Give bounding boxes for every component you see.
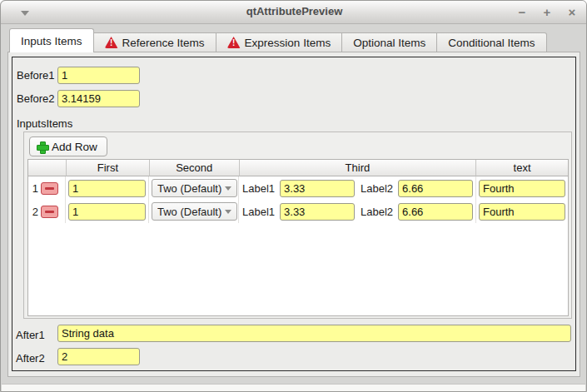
attribute-content-frame: Before1 Before2 InputsItems Add Row Firs… <box>12 57 576 371</box>
app-window: qtAttributePreview − + × Inputs Items Re… <box>0 0 587 392</box>
label1-text: Label1 <box>239 206 277 218</box>
third-value1-input[interactable] <box>280 203 355 221</box>
before1-input[interactable] <box>57 67 140 84</box>
text-cell <box>476 200 568 223</box>
first-cell <box>66 200 149 223</box>
header-text: text <box>476 160 568 176</box>
table-header-row: First Second Third text <box>28 160 568 176</box>
tab-label: Inputs Items <box>21 35 82 47</box>
close-button[interactable]: × <box>565 5 580 20</box>
second-combobox[interactable]: Two (Default) <box>152 202 237 221</box>
window-bottom-edge <box>2 384 585 391</box>
inputs-items-table: First Second Third text 1 <box>27 159 569 316</box>
tab-optional-items[interactable]: Optional Items <box>342 32 437 52</box>
second-combobox[interactable]: Two (Default) <box>152 179 237 197</box>
after1-label: After1 <box>16 329 45 341</box>
before2-label: Before2 <box>17 92 55 105</box>
text-input[interactable] <box>479 203 565 221</box>
first-cell <box>66 176 149 200</box>
first-input[interactable] <box>68 203 146 221</box>
add-plus-icon <box>37 141 47 152</box>
after2-label: After2 <box>16 352 45 365</box>
tab-bar: Inputs Items Reference Items Expression … <box>9 28 547 52</box>
remove-row-button[interactable] <box>41 182 58 195</box>
inputs-items-group-frame: Add Row First Second Third text 1 <box>23 131 572 319</box>
before2-input[interactable] <box>57 90 140 107</box>
chevron-down-icon <box>225 210 231 214</box>
row-number: 2 <box>28 206 38 218</box>
header-second: Second <box>150 160 240 176</box>
after1-input[interactable] <box>57 325 571 342</box>
header-first: First <box>67 160 150 176</box>
remove-row-button[interactable] <box>41 206 58 218</box>
add-row-label: Add Row <box>52 141 97 153</box>
second-cell: Two (Default) <box>149 176 239 200</box>
third-value1-input[interactable] <box>280 180 355 197</box>
text-cell <box>476 176 568 200</box>
after2-input[interactable] <box>57 348 140 365</box>
combobox-value: Two (Default) <box>157 182 221 195</box>
tab-label: Optional Items <box>353 37 425 49</box>
text-input[interactable] <box>479 180 565 197</box>
titlebar: qtAttributePreview − + × <box>1 1 587 24</box>
second-cell: Two (Default) <box>149 200 239 223</box>
before1-label: Before1 <box>17 69 55 82</box>
table-row: 2 Two (Default) <box>28 200 568 223</box>
third-cell: Label1 Label2 <box>239 200 476 223</box>
row-number: 1 <box>28 182 38 195</box>
minimize-button[interactable]: − <box>515 5 530 20</box>
inputs-items-group-label: InputsItems <box>17 117 72 130</box>
table-row: 1 Two (Default) <box>28 176 568 200</box>
third-value2-input[interactable] <box>398 203 473 221</box>
label2-text: Label2 <box>357 182 395 195</box>
third-cell: Label1 Label2 <box>239 176 476 200</box>
third-value2-input[interactable] <box>398 180 473 197</box>
tab-label: Reference Items <box>122 37 205 49</box>
maximize-button[interactable]: + <box>540 5 555 20</box>
add-row-button[interactable]: Add Row <box>29 136 107 156</box>
tab-inputs-items[interactable]: Inputs Items <box>9 28 94 52</box>
combobox-value: Two (Default) <box>157 206 221 218</box>
header-rownum <box>28 160 67 176</box>
first-input[interactable] <box>68 180 146 197</box>
warning-icon <box>227 37 241 48</box>
tab-conditional-items[interactable]: Conditional Items <box>437 32 546 52</box>
tab-pane: Before1 Before2 InputsItems Add Row Firs… <box>7 52 580 377</box>
row-controls-cell: 2 <box>28 200 66 223</box>
tab-reference-items[interactable]: Reference Items <box>94 32 216 52</box>
row-controls-cell: 1 <box>28 176 66 200</box>
window-controls: − + × <box>515 1 580 24</box>
tab-expression-items[interactable]: Expression Items <box>216 32 343 52</box>
label1-text: Label1 <box>239 182 277 195</box>
warning-icon <box>105 37 118 48</box>
window-title: qtAttributePreview <box>1 5 587 17</box>
chevron-down-icon <box>225 186 231 191</box>
header-third: Third <box>240 160 477 176</box>
tab-label: Conditional Items <box>448 37 535 49</box>
label2-text: Label2 <box>357 206 395 218</box>
tab-label: Expression Items <box>245 37 331 49</box>
